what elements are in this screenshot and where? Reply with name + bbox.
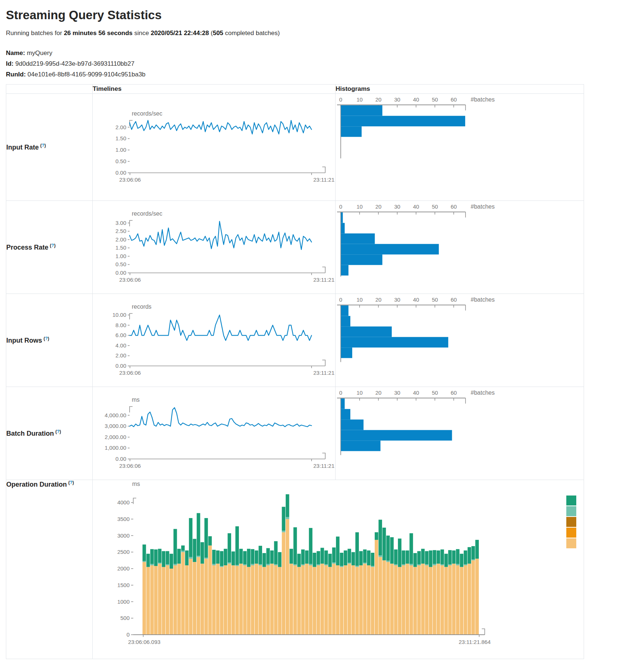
svg-text:10: 10 [357, 96, 363, 103]
running-prefix: Running batches for [6, 30, 64, 37]
svg-text:30: 30 [394, 390, 401, 396]
svg-text:1.50: 1.50 [116, 244, 126, 251]
svg-text:1000: 1000 [117, 599, 130, 605]
svg-text:#batches: #batches [471, 390, 495, 396]
svg-text:2.00: 2.00 [116, 236, 126, 243]
completed-suffix: completed batches) [223, 30, 280, 37]
svg-text:60: 60 [451, 96, 457, 103]
query-name-value: myQuery [27, 49, 52, 56]
svg-text:3000: 3000 [117, 532, 130, 539]
running-duration: 26 minutes 56 seconds [64, 30, 133, 37]
histograms-header: Histograms [336, 85, 584, 94]
svg-text:60: 60 [451, 203, 457, 210]
table-row-input-rate: Input Rate(?) records/sec2.001.501.000.5… [6, 94, 584, 201]
svg-text:2500: 2500 [117, 549, 130, 555]
row-label-input-rows: Input Rows(?) [6, 337, 49, 344]
svg-text:0.00: 0.00 [116, 169, 126, 176]
table-row-batch-duration: Batch Duration(?) ms4,000.003,000.002,00… [6, 387, 584, 480]
svg-text:23:06:06: 23:06:06 [119, 463, 141, 469]
svg-text:10: 10 [357, 390, 363, 396]
svg-text:500: 500 [120, 615, 130, 621]
svg-text:60: 60 [451, 390, 457, 396]
svg-text:60: 60 [451, 296, 457, 303]
svg-text:4.00: 4.00 [116, 342, 126, 349]
svg-text:1,000.00: 1,000.00 [105, 445, 126, 451]
timelines-header: Timelines [93, 85, 336, 94]
since-text: since [133, 30, 151, 37]
query-runid-label: RunId: [6, 71, 26, 78]
svg-text:0.00: 0.00 [116, 270, 126, 276]
legend-swatch [566, 528, 576, 538]
help-icon[interactable]: (?) [68, 480, 74, 485]
table-row-input-rows: Input Rows(?) records10.008.006.004.002.… [6, 294, 584, 387]
svg-text:2.50: 2.50 [116, 228, 126, 234]
svg-text:10: 10 [357, 296, 363, 303]
operation-duration-legend [566, 496, 576, 549]
help-icon[interactable]: (?) [55, 429, 61, 434]
svg-text:50: 50 [432, 390, 438, 396]
legend-swatch [566, 506, 576, 516]
svg-text:23:06:06: 23:06:06 [119, 277, 141, 283]
svg-text:50: 50 [432, 96, 438, 103]
row-label-batch-duration: Batch Duration(?) [6, 430, 61, 437]
svg-text:23:06:06: 23:06:06 [119, 176, 141, 183]
process-rate-timeline-chart: records/sec3.002.502.001.501.000.500.002… [93, 209, 335, 285]
svg-text:2.00: 2.00 [116, 352, 126, 359]
svg-text:23:06:06: 23:06:06 [119, 370, 141, 376]
svg-text:0.50: 0.50 [116, 158, 126, 164]
svg-text:ms: ms [132, 481, 140, 487]
svg-text:0: 0 [339, 96, 342, 103]
svg-text:50: 50 [432, 296, 438, 303]
svg-text:8.00: 8.00 [116, 322, 126, 328]
svg-text:0: 0 [339, 203, 342, 210]
svg-text:ms: ms [132, 397, 140, 403]
process-rate-histogram-chart: 0102030405060#batches [336, 201, 584, 277]
svg-text:3.00: 3.00 [116, 220, 126, 226]
svg-text:40: 40 [413, 96, 419, 103]
query-id-value: 9d0dd219-995d-423e-b97d-36931110bb27 [16, 60, 135, 67]
running-summary: Running batches for 26 minutes 56 second… [6, 30, 619, 37]
query-name-line: Name: myQuery [6, 49, 619, 57]
svg-text:4,000.00: 4,000.00 [105, 412, 126, 418]
svg-text:40: 40 [413, 296, 419, 303]
svg-text:10.00: 10.00 [112, 312, 126, 318]
svg-text:2.00: 2.00 [116, 124, 126, 130]
svg-text:23:11:21: 23:11:21 [313, 463, 334, 469]
svg-text:4000: 4000 [117, 499, 130, 505]
row-label-operation-duration: Operation Duration(?) [6, 481, 74, 488]
empty-header-cell [6, 85, 93, 94]
table-row-process-rate: Process Rate(?) records/sec3.002.502.001… [6, 201, 584, 294]
svg-text:23:11:21.864: 23:11:21.864 [459, 639, 491, 645]
help-icon[interactable]: (?) [40, 143, 46, 148]
svg-text:0: 0 [339, 296, 342, 303]
table-row-operation-duration: Operation Duration(?) ms4000350030002500… [6, 480, 584, 659]
svg-text:3500: 3500 [117, 516, 130, 522]
svg-text:6.00: 6.00 [116, 332, 126, 338]
start-time: 2020/05/21 22:44:28 [151, 30, 209, 37]
svg-text:30: 30 [394, 96, 401, 103]
help-icon[interactable]: (?) [44, 336, 49, 341]
svg-text:30: 30 [394, 203, 401, 210]
svg-text:2,000.00: 2,000.00 [105, 434, 126, 440]
help-icon[interactable]: (?) [50, 243, 55, 248]
svg-text:records: records [132, 304, 151, 310]
svg-text:23:06:06.093: 23:06:06.093 [128, 639, 161, 645]
svg-text:23:11:21: 23:11:21 [313, 370, 334, 376]
header-row: Timelines Histograms [6, 85, 584, 94]
svg-text:0: 0 [339, 390, 342, 396]
svg-text:20: 20 [375, 390, 382, 396]
svg-text:10: 10 [357, 203, 363, 210]
svg-text:23:11:21: 23:11:21 [313, 277, 334, 283]
input-rate-histogram-chart: 0102030405060#batches [336, 94, 584, 169]
input-rows-histogram-chart: 0102030405060#batches [336, 294, 584, 370]
svg-text:1.00: 1.00 [116, 253, 126, 259]
svg-text:3,000.00: 3,000.00 [105, 423, 126, 429]
operation-duration-stacked-chart: ms4000350030002500200015001000500023:06:… [93, 480, 584, 650]
query-id-line: Id: 9d0dd219-995d-423e-b97d-36931110bb27 [6, 60, 619, 68]
svg-text:20: 20 [375, 96, 382, 103]
legend-swatch [566, 538, 576, 548]
query-id-label: Id: [6, 60, 14, 67]
svg-text:#batches: #batches [471, 203, 495, 210]
input-rate-timeline-chart: records/sec2.001.501.000.500.0023:06:062… [93, 109, 335, 185]
batch-duration-histogram-chart: 0102030405060#batches [336, 387, 584, 463]
